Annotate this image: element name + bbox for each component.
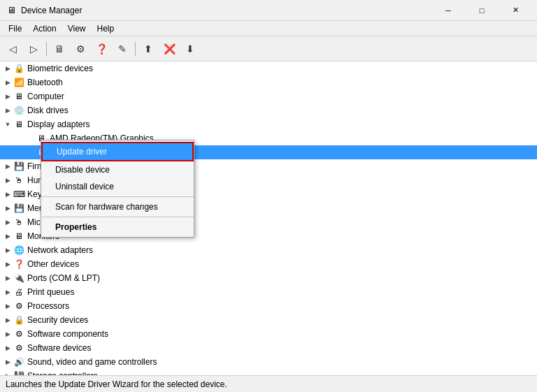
menu-view[interactable]: View — [62, 21, 92, 36]
context-menu-update-driver[interactable]: Update driver — [41, 142, 194, 161]
close-button[interactable]: ✕ — [499, 0, 531, 21]
context-menu-separator-2 — [41, 217, 194, 217]
tree-node-icon: 🔊 — [13, 356, 24, 368]
title-bar-text: Device Manager — [21, 6, 432, 15]
tree-expand-icon[interactable]: ▶ — [3, 217, 13, 228]
tree-expand-icon[interactable]: ▶ — [3, 342, 13, 354]
context-menu-disable-device[interactable]: Disable device — [41, 161, 194, 178]
toolbar: ◁ ▷ 🖥 ⚙ ❓ ✎ ⬆ ❌ ⬇ — [0, 36, 537, 61]
tree-expand-icon[interactable]: ▶ — [3, 91, 13, 102]
tree-expand-icon[interactable]: ▶ — [3, 203, 13, 214]
tree-node-label: Security devices — [27, 315, 88, 325]
tree-item[interactable]: ▶🖨Print queues — [0, 285, 537, 299]
tree-panel[interactable]: ▶🔒Biometric devices▶📶Bluetooth▶🖥Computer… — [0, 61, 537, 375]
context-menu-scan-changes[interactable]: Scan for hardware changes — [41, 198, 194, 215]
tree-node-icon: 🖱 — [13, 175, 24, 186]
tree-expand-icon[interactable]: ▶ — [3, 175, 13, 186]
context-menu[interactable]: Update driver Disable device Uninstall d… — [41, 140, 194, 238]
tree-item[interactable]: ▶💾Storage controllers — [0, 369, 537, 375]
tree-item[interactable]: ▶🔒Security devices — [0, 313, 537, 327]
tree-node-label: Processors — [27, 301, 69, 311]
tree-node-label: Computer — [27, 92, 64, 101]
context-menu-separator-1 — [41, 196, 194, 197]
tree-item[interactable]: ▼🖥Display adapters — [0, 117, 537, 131]
tree-node-label: Bluetooth — [27, 78, 63, 87]
forward-button[interactable]: ▷ — [24, 39, 43, 59]
tree-expand-icon[interactable]: ▶ — [3, 63, 13, 74]
scan-button[interactable]: ⬆ — [138, 39, 158, 59]
tree-node-icon: 🔌 — [13, 273, 24, 284]
tree-node-icon: 🖱 — [13, 217, 24, 228]
context-menu-properties[interactable]: Properties — [41, 219, 194, 235]
tree-node-icon: ⌨ — [13, 189, 24, 200]
toolbar-separator-1 — [46, 42, 47, 56]
tree-node-label: Software components — [27, 329, 108, 339]
properties-button[interactable]: ⚙ — [71, 39, 90, 59]
tree-node-icon: 🖥 — [13, 231, 24, 242]
title-bar: 🖥 Device Manager ─ □ ✕ — [0, 0, 537, 21]
tree-item[interactable]: ▶⚙Processors — [0, 299, 537, 313]
tree-node-label: Software devices — [27, 343, 91, 353]
tree-node-label: Print queues — [27, 287, 74, 297]
tree-node-label: Other devices — [27, 259, 79, 269]
title-bar-controls: ─ □ ✕ — [432, 0, 531, 21]
menu-bar: File Action View Help — [0, 21, 537, 36]
tree-node-icon: 🔒 — [13, 63, 24, 74]
tree-node-icon: 💾 — [13, 203, 24, 214]
download-button[interactable]: ⬇ — [180, 39, 200, 59]
tree-node-icon: ⚙ — [13, 300, 24, 312]
back-button[interactable]: ◁ — [3, 39, 22, 59]
tree-node-icon: ⚙ — [13, 328, 24, 340]
status-text: Launches the Update Driver Wizard for th… — [6, 379, 227, 389]
tree-expand-icon[interactable]: ▶ — [3, 231, 13, 242]
tree-item[interactable]: ▶⚙Software devices — [0, 341, 537, 355]
tree-node-icon: 🖨 — [13, 286, 24, 298]
tree-expand-icon[interactable]: ▶ — [3, 161, 13, 172]
tree-item[interactable]: ▶🖥Computer — [0, 89, 537, 103]
help-button[interactable]: ❓ — [92, 39, 111, 59]
status-bar: Launches the Update Driver Wizard for th… — [0, 375, 537, 392]
tree-expand-icon[interactable]: ▶ — [3, 77, 13, 88]
tree-expand-icon[interactable] — [25, 147, 35, 158]
tree-item[interactable]: ▶❓Other devices — [0, 257, 537, 271]
tree-expand-icon[interactable]: ▶ — [3, 273, 13, 284]
tree-expand-icon[interactable]: ▶ — [3, 370, 13, 375]
tree-node-label: Network adapters — [27, 245, 93, 255]
tree-expand-icon[interactable]: ▶ — [3, 259, 13, 270]
tree-item[interactable]: ▶🔊Sound, video and game controllers — [0, 355, 537, 369]
tree-item[interactable]: ▶⚙Software components — [0, 327, 537, 341]
device-manager-button[interactable]: 🖥 — [50, 39, 69, 59]
edit-button[interactable]: ✎ — [113, 39, 132, 59]
tree-expand-icon[interactable]: ▶ — [3, 245, 13, 256]
tree-node-label: Sound, video and game controllers — [27, 357, 157, 367]
tree-expand-icon[interactable]: ▶ — [3, 189, 13, 200]
tree-node-icon: 🔒 — [13, 314, 24, 326]
tree-expand-icon[interactable]: ▶ — [3, 314, 13, 326]
menu-help[interactable]: Help — [92, 21, 120, 36]
app-icon: 🖥 — [6, 5, 17, 16]
tree-item[interactable]: ▶🌐Network adapters — [0, 243, 537, 257]
tree-expand-icon[interactable]: ▶ — [3, 286, 13, 298]
tree-node-icon: ⚙ — [13, 342, 24, 354]
minimize-button[interactable]: ─ — [432, 0, 464, 21]
context-menu-uninstall-device[interactable]: Uninstall device — [41, 178, 194, 195]
maximize-button[interactable]: □ — [466, 0, 498, 21]
tree-node-icon: 💿 — [13, 105, 24, 116]
tree-expand-icon[interactable]: ▶ — [3, 105, 13, 116]
menu-action[interactable]: Action — [27, 21, 62, 36]
tree-item[interactable]: ▶💿Disk drives — [0, 103, 537, 117]
tree-expand-icon[interactable]: ▼ — [3, 119, 13, 130]
tree-item[interactable]: ▶🔌Ports (COM & LPT) — [0, 271, 537, 285]
tree-expand-icon[interactable]: ▶ — [3, 356, 13, 368]
uninstall-button[interactable]: ❌ — [159, 39, 179, 59]
tree-expand-icon[interactable]: ▶ — [3, 300, 13, 312]
toolbar-separator-2 — [135, 42, 136, 56]
tree-item[interactable]: ▶🔒Biometric devices — [0, 61, 537, 75]
menu-file[interactable]: File — [3, 21, 27, 36]
main-area: ▶🔒Biometric devices▶📶Bluetooth▶🖥Computer… — [0, 61, 537, 375]
tree-expand-icon[interactable]: ▶ — [3, 328, 13, 340]
tree-node-icon: 💾 — [13, 370, 24, 375]
tree-node-label: Storage controllers — [27, 371, 98, 375]
tree-expand-icon[interactable] — [25, 133, 35, 144]
tree-item[interactable]: ▶📶Bluetooth — [0, 75, 537, 89]
